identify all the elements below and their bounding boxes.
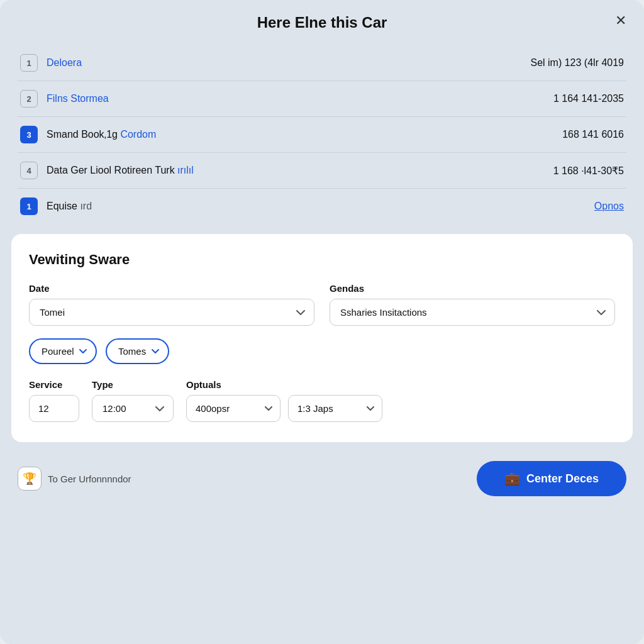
- item-value-link-5[interactable]: Opnos: [594, 201, 624, 212]
- optuals-label: Optuals: [186, 379, 382, 390]
- modal-header: Here Elne this Car ✕: [0, 0, 644, 43]
- service-label: Service: [29, 379, 79, 390]
- item-link-3[interactable]: Cordom: [120, 129, 156, 140]
- modal-title: Here Elne this Car: [257, 14, 387, 31]
- item-value-4: 1 168 ·l41-30₹5: [553, 165, 624, 177]
- pill-select-1[interactable]: Poureel: [29, 338, 97, 364]
- gendas-select[interactable]: Ssharies Insitactions: [330, 299, 615, 326]
- list-item: 1 Equise ırd Opnos: [18, 189, 626, 224]
- optuals-col: Optuals 400opsr 1:3 Japs: [186, 379, 382, 422]
- item-name-1: Deloera: [47, 57, 530, 69]
- form-card: Vewiting Sware Date Tomei Gendas Ssharie…: [11, 234, 633, 442]
- center-btn-label: Center Deces: [526, 472, 599, 486]
- service-col: Service: [29, 379, 79, 422]
- item-name-4: Data Ger Liool Rotireen Turk ırılıl: [47, 165, 553, 176]
- badge-2: 2: [20, 90, 38, 108]
- form-col-date: Date Tomei: [29, 283, 314, 326]
- list-section: 1 Deloera Sel im) 123 (4lr 4019 2 Filns …: [0, 43, 644, 234]
- item-value-3: 168 141 6016: [562, 129, 624, 140]
- service-row: Service Type 12:00 Optuals 400opsr 1:3 J…: [29, 379, 615, 422]
- item-link-4[interactable]: ırılıl: [177, 165, 194, 175]
- badge-1: 1: [20, 54, 38, 72]
- date-label: Date: [29, 283, 314, 294]
- gendas-label: Gendas: [330, 283, 615, 294]
- type-col: Type 12:00: [92, 379, 174, 422]
- list-item: 2 Filns Stormea 1 164 141-2035: [18, 81, 626, 117]
- item-name-3: Smand Book‚1g Cordom: [47, 129, 562, 140]
- badge-3: 3: [20, 126, 38, 143]
- type-label: Type: [92, 379, 174, 390]
- list-item: 4 Data Ger Liool Rotireen Turk ırılıl 1 …: [18, 153, 626, 189]
- footer-icon-button[interactable]: 🏆: [18, 467, 42, 491]
- footer-row: 🏆 To Ger Urfonnnndor 💼 Center Deces: [0, 455, 644, 514]
- pill-row: Poureel Tomes: [29, 338, 615, 364]
- pill-select-2[interactable]: Tomes: [106, 338, 169, 364]
- badge-5: 1: [20, 197, 38, 215]
- item-name-5: Equise ırd: [47, 201, 594, 212]
- close-button[interactable]: ✕: [615, 14, 626, 28]
- trophy-icon: 🏆: [23, 472, 36, 486]
- form-row-date-gendas: Date Tomei Gendas Ssharies Insitactions: [29, 283, 615, 326]
- center-deces-button[interactable]: 💼 Center Deces: [477, 461, 626, 496]
- modal: Here Elne this Car ✕ 1 Deloera Sel im) 1…: [0, 0, 644, 644]
- item-value-2: 1 164 141-2035: [553, 93, 624, 104]
- list-item: 1 Deloera Sel im) 123 (4lr 4019: [18, 45, 626, 81]
- form-card-title: Vewiting Sware: [29, 252, 615, 268]
- type-select[interactable]: 12:00: [92, 395, 174, 422]
- item-link-1[interactable]: Deloera: [47, 57, 82, 68]
- badge-4: 4: [20, 162, 38, 179]
- briefcase-icon: 💼: [504, 471, 520, 486]
- optuals-select-2[interactable]: 1:3 Japs: [288, 395, 382, 422]
- item-name-2: Filns Stormea: [47, 93, 553, 104]
- item-value-1: Sel im) 123 (4lr 4019: [530, 57, 624, 69]
- footer-text: To Ger Urfonnnndor: [48, 474, 131, 484]
- date-select[interactable]: Tomei: [29, 299, 314, 326]
- list-item: 3 Smand Book‚1g Cordom 168 141 6016: [18, 117, 626, 153]
- optuals-group: 400opsr 1:3 Japs: [186, 395, 382, 422]
- item-link-2[interactable]: Filns Stormea: [47, 93, 109, 104]
- form-col-gendas: Gendas Ssharies Insitactions: [330, 283, 615, 326]
- footer-left: 🏆 To Ger Urfonnnndor: [18, 467, 131, 491]
- service-input[interactable]: [29, 395, 79, 422]
- optuals-select-1[interactable]: 400opsr: [186, 395, 280, 422]
